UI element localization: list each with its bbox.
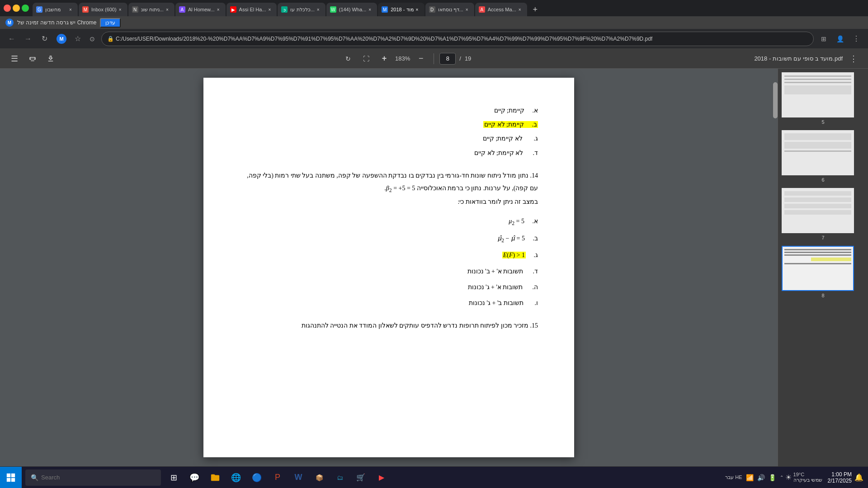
address-text: C:/Users/USER/Downloads/2018%20-%20%D7%A… xyxy=(116,36,652,42)
lens-button[interactable]: ⊙ xyxy=(87,33,98,44)
answer-letter-dalet: ד. xyxy=(525,150,538,156)
q14-mu-hat: μ̂ xyxy=(511,235,515,242)
tab-favicon-10: A xyxy=(479,6,485,13)
pdf-rotate-button[interactable]: ↻ xyxy=(341,52,355,66)
clock-time: 1:00 PM xyxy=(828,471,852,478)
q14-bet-math: μ̂ xyxy=(497,235,501,242)
start-button[interactable] xyxy=(0,467,22,488)
home-button[interactable]: M xyxy=(54,32,69,46)
tray-arrow[interactable]: ⌃ xyxy=(780,475,783,480)
pdf-menu-button[interactable]: ☰ xyxy=(7,52,22,66)
pdf-thumb-7[interactable]: 7 xyxy=(782,188,864,240)
profile-button[interactable]: 👤 xyxy=(834,33,846,45)
taskbar-powerpoint-button[interactable]: P xyxy=(269,469,287,487)
pdf-page-input[interactable]: 8 xyxy=(439,53,456,65)
close-button[interactable] xyxy=(4,5,11,12)
star-button[interactable]: ☆ xyxy=(72,33,83,44)
profile-avatar: M xyxy=(57,34,66,44)
search-input[interactable] xyxy=(41,474,150,481)
taskbar-chrome-button[interactable]: 🔵 xyxy=(248,469,266,487)
taskbar-chat-button[interactable]: 💬 xyxy=(185,469,203,487)
lens-icon: ⊙ xyxy=(90,35,95,42)
tab-favicon-1: G xyxy=(36,6,42,13)
new-tab-button[interactable]: + xyxy=(528,3,542,16)
pdf-fit-button[interactable]: ⛶ xyxy=(359,52,373,66)
q14-gimel-highlight: E(F) > 1 xyxy=(502,252,526,258)
pdf-zoom-out-button[interactable]: − xyxy=(414,52,428,66)
pdf-thumb-8[interactable]: 8 xyxy=(782,246,864,298)
answer-option-alef: א. קיימת; קיים xyxy=(240,105,538,116)
tab-close-7[interactable]: × xyxy=(366,6,373,13)
taskbar-search-box[interactable]: 🔍 xyxy=(25,469,161,486)
volume-icon: 🔊 xyxy=(757,474,765,481)
q14-dalet-text: תשובות א' + ב' נכונות xyxy=(467,268,524,275)
pdf-zoom-level: 183% xyxy=(395,55,410,62)
tab-1[interactable]: G מחשבון × xyxy=(33,3,78,16)
answer-option-gimel: ג. לא קיימת; קיים xyxy=(240,133,538,144)
pdf-content-area[interactable]: א. קיימת; קיים ב. קיימת; לא קיים ג. לא ק… xyxy=(0,69,778,466)
tab-close-6[interactable]: × xyxy=(315,6,322,13)
tab-7[interactable]: W (144) Wha... × xyxy=(326,3,377,16)
tab-4[interactable]: A Al Homew... × xyxy=(175,3,226,16)
maximize-button[interactable] xyxy=(22,5,29,12)
pdf-thumb-6[interactable]: 6 xyxy=(782,130,864,183)
clock-date: 2/17/2025 xyxy=(828,478,852,484)
pdf-more-button[interactable]: ⋮ xyxy=(846,52,861,66)
notification-update-button[interactable]: עדכן xyxy=(100,18,121,28)
tab-favicon-2: M xyxy=(82,6,89,13)
taskbar-store-button[interactable]: 🛒 xyxy=(352,469,370,487)
pdf-download-button[interactable] xyxy=(43,52,58,66)
tab-close-8[interactable]: × xyxy=(414,6,421,13)
tab-close-4[interactable]: × xyxy=(215,6,222,13)
tab-9[interactable]: D דף נוסחאו... × xyxy=(425,3,474,16)
forward-button[interactable]: → xyxy=(22,33,34,45)
answer-text-bet: קיימת; לא קיים xyxy=(484,121,524,128)
tab-label-9: דף נוסחאו... xyxy=(438,7,463,13)
q14-vav-letter: ו. xyxy=(525,300,538,306)
tab-8[interactable]: M מוד - 2018 × xyxy=(378,3,424,16)
pdf-thumb-5[interactable]: 5 xyxy=(782,72,864,125)
tab-close-1[interactable]: × xyxy=(67,6,74,13)
pdf-print-button[interactable] xyxy=(25,52,40,66)
v-scrollbar-track[interactable] xyxy=(773,69,778,340)
q14-beta: β xyxy=(386,185,389,192)
star-icon: ☆ xyxy=(75,34,81,43)
tab-5[interactable]: ▶ Assi El Ha... × xyxy=(226,3,277,16)
v-scrollbar-thumb[interactable] xyxy=(773,82,778,118)
tab-close-10[interactable]: × xyxy=(516,6,524,13)
tab-10[interactable]: A Access Ma... × xyxy=(475,3,527,16)
tab-close-3[interactable]: × xyxy=(164,6,171,13)
answer-text-gimel: לא קיימת; קיים xyxy=(483,135,523,142)
taskbar-explorer-button[interactable] xyxy=(206,469,224,487)
taskbar-word-button[interactable]: W xyxy=(289,469,307,487)
pdf-zoom-in-button[interactable]: + xyxy=(377,52,392,66)
taskbar-view-button[interactable]: ⊞ xyxy=(165,469,183,487)
tab-favicon-4: A xyxy=(179,6,185,13)
tab-2[interactable]: M Inbox (600) × xyxy=(79,3,127,16)
tab-label-1: מחשבון xyxy=(45,7,61,13)
pdf-page: א. קיימת; קיים ב. קיימת; לא קיים ג. לא ק… xyxy=(203,78,574,457)
pdf-thumb-img-5 xyxy=(782,72,854,117)
tab-bar: G מחשבון × M Inbox (600) × N ניתוח שונ..… xyxy=(0,0,868,16)
tab-close-2[interactable]: × xyxy=(117,6,124,13)
menu-button[interactable]: ⋮ xyxy=(850,33,863,45)
tab-close-9[interactable]: × xyxy=(463,6,471,13)
taskbar-app8-button[interactable]: ▶ xyxy=(373,469,391,487)
extensions-button[interactable]: ⊞ xyxy=(817,33,830,45)
weather-widget: ☀ 19°C שמשי בעיקרה xyxy=(785,472,822,483)
taskbar-edge-button[interactable]: 🌐 xyxy=(227,469,245,487)
pdf-page-separator: / xyxy=(459,55,461,62)
tab-3[interactable]: N ניתוח שונ... × xyxy=(128,3,175,16)
taskbar-app6-button[interactable]: 🗂 xyxy=(331,469,349,487)
tab-favicon-9: D xyxy=(429,6,435,13)
minimize-button[interactable] xyxy=(13,5,20,12)
address-input[interactable]: 🔒 C:/Users/USER/Downloads/2018%20-%20%D7… xyxy=(101,32,814,46)
battery-icon: 🔋 xyxy=(769,474,776,481)
taskbar-app5-button[interactable]: 📦 xyxy=(310,469,328,487)
reload-button[interactable]: ↻ xyxy=(38,33,51,45)
pdf-main-area: א. קיימת; קיים ב. קיימת; לא קיים ג. לא ק… xyxy=(0,69,868,466)
back-button[interactable]: ← xyxy=(5,33,18,45)
action-center-button[interactable]: 🔔 xyxy=(854,467,864,488)
tab-6[interactable]: כ כלכלת עו... × xyxy=(278,3,325,16)
tab-close-5[interactable]: × xyxy=(266,6,273,13)
